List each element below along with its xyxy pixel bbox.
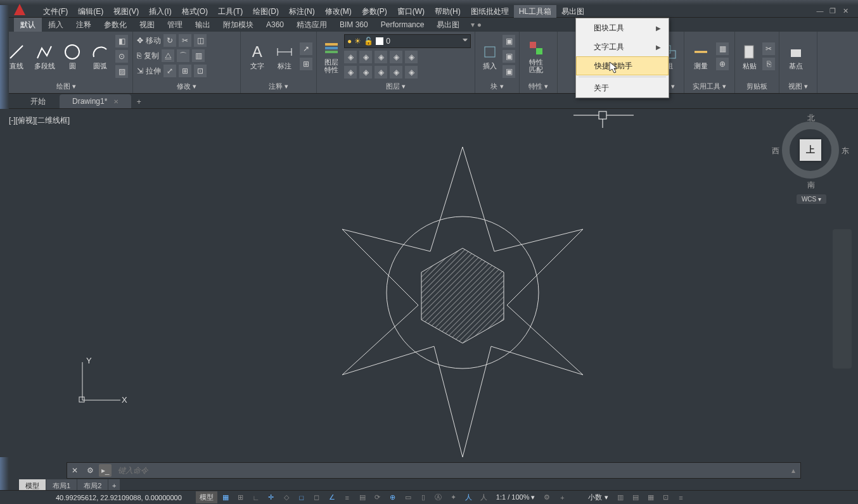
menu-7[interactable]: 标注(N)	[284, 5, 320, 18]
copy-label[interactable]: 复制	[144, 51, 159, 61]
polar-toggle[interactable]: ✛	[264, 492, 278, 503]
ribbon-options-icon[interactable]: ▾ ●	[471, 20, 482, 29]
ls2[interactable]: ◈	[359, 51, 372, 63]
menu-14[interactable]: 易出图	[556, 5, 589, 18]
ls4[interactable]: ◈	[390, 51, 402, 63]
panel-util-label[interactable]: 实用工具 ▾	[688, 82, 731, 92]
am-toggle[interactable]: Ⓐ	[432, 492, 445, 503]
ribbon-tab-10[interactable]: BIM 360	[333, 18, 375, 32]
ribbon-tab-1[interactable]: 插入	[42, 18, 70, 32]
circle-button[interactable]: 圆	[60, 34, 85, 79]
qp-toggle[interactable]: ▭	[401, 492, 415, 503]
viewcube-north[interactable]: 北	[807, 113, 815, 123]
dyn-toggle[interactable]: ⊕	[386, 492, 400, 503]
array-icon[interactable]: ⊞	[179, 65, 191, 77]
viewcube-west[interactable]: 西	[772, 146, 779, 156]
polyline-button[interactable]: 多段线	[32, 34, 57, 79]
command-input[interactable]	[113, 466, 791, 475]
panel-clip-label[interactable]: 剪贴板	[739, 82, 775, 92]
sc-toggle[interactable]: ▯	[416, 492, 430, 503]
zoom-readout[interactable]: 1:1 / 100% ▾	[492, 493, 539, 501]
lwt-toggle[interactable]: ≡	[340, 492, 354, 503]
person2-icon[interactable]: 人	[477, 492, 491, 503]
snap-toggle[interactable]: ⊞	[234, 492, 248, 503]
layer-combo[interactable]: ● ☀ 🔓 0	[344, 34, 471, 48]
draw-small-1[interactable]: ◧	[115, 35, 128, 47]
dimension-button[interactable]: 标注	[272, 34, 298, 79]
dropdown-item-0[interactable]: 图块工具▶	[576, 18, 669, 37]
s4[interactable]: ⊡	[659, 492, 673, 503]
bk3[interactable]: ▣	[503, 65, 515, 78]
cmd-close-icon[interactable]: ✕	[68, 464, 81, 477]
arc-button[interactable]: 圆弧	[87, 34, 113, 79]
table-icon[interactable]: ⊞	[300, 58, 312, 70]
dropdown-item-2[interactable]: 快捷键助手	[576, 56, 669, 75]
copy-icon[interactable]: ⎘	[762, 58, 775, 70]
panel-block-label[interactable]: 块 ▾	[479, 82, 515, 92]
ribbon-tab-9[interactable]: 精选应用	[290, 18, 333, 32]
menu-13[interactable]: HL工具箱	[514, 5, 556, 18]
leader-icon[interactable]: ↗	[300, 42, 312, 55]
ls6[interactable]: ◈	[344, 66, 357, 79]
ribbon-tab-0[interactable]: 默认	[14, 18, 42, 32]
grid-toggle[interactable]: ▦	[219, 492, 233, 503]
viewcube-south[interactable]: 南	[807, 180, 815, 191]
ls1[interactable]: ◈	[344, 51, 357, 63]
ribbon-tab-7[interactable]: 附加模块	[217, 18, 260, 32]
viewport-label[interactable]: [-][俯视][二维线框]	[9, 115, 70, 126]
panel-prop-label[interactable]: 特性 ▾	[523, 82, 553, 92]
menu-2[interactable]: 视图(V)	[108, 5, 144, 18]
3dosnap-toggle[interactable]: ◻	[310, 492, 324, 503]
s2[interactable]: ▤	[629, 492, 643, 503]
scale-icon[interactable]: ⤢	[163, 65, 176, 77]
viewcube-east[interactable]: 东	[842, 146, 849, 156]
insert-button[interactable]: 插入	[479, 34, 500, 79]
customize-status-icon[interactable]: ≡	[674, 492, 688, 503]
bk2[interactable]: ▣	[503, 50, 515, 63]
mirror-icon[interactable]: ⧋	[162, 49, 174, 62]
mod-c[interactable]: ⊡	[194, 65, 207, 77]
cut-icon[interactable]: ✂	[762, 42, 775, 55]
as-toggle[interactable]: ✦	[447, 492, 461, 503]
iso-toggle[interactable]: ◇	[279, 492, 293, 503]
ribbon-tab-6[interactable]: 输出	[189, 18, 217, 32]
cmd-customize-icon[interactable]: ⚙	[84, 464, 96, 477]
menu-11[interactable]: 帮助(H)	[430, 5, 466, 18]
restore-button[interactable]: ❐	[826, 6, 839, 15]
close-button[interactable]: ✕	[839, 6, 852, 15]
mod-a[interactable]: ◫	[194, 34, 207, 47]
command-line[interactable]: ✕ ⚙ ▸_ ▴	[67, 462, 801, 479]
ribbon-tab-2[interactable]: 注释	[70, 18, 98, 32]
text-button[interactable]: A文字	[245, 34, 270, 79]
ortho-toggle[interactable]: ∟	[249, 492, 263, 503]
dropdown-item-1[interactable]: 文字工具▶	[576, 37, 669, 56]
match-properties-button[interactable]: 特性 匹配	[523, 34, 549, 79]
mod-b[interactable]: ▥	[192, 49, 205, 62]
rotate-icon[interactable]: ↻	[163, 34, 176, 47]
close-tab-icon[interactable]: ✕	[113, 98, 118, 105]
ribbon-tab-12[interactable]: 易出图	[430, 18, 466, 32]
gear-icon[interactable]: ⚙	[540, 492, 554, 503]
layer-properties-button[interactable]: 图层 特性	[321, 34, 342, 79]
menu-8[interactable]: 修改(M)	[320, 5, 357, 18]
panel-layer-label[interactable]: 图层 ▾	[321, 82, 471, 92]
panel-view-label[interactable]: 视图 ▾	[783, 82, 813, 92]
drawing-canvas[interactable]: [-][俯视][二维线框] 上 北 南 东 西 WCS ▾ Y X	[0, 109, 858, 457]
ut1[interactable]: ▦	[716, 42, 729, 55]
ls8[interactable]: ◈	[375, 66, 387, 79]
base-button[interactable]: 基点	[783, 34, 809, 79]
navigation-bar[interactable]	[833, 229, 852, 369]
bk1[interactable]: ▣	[503, 35, 515, 47]
measure-button[interactable]: 测量	[688, 34, 714, 79]
ribbon-tab-4[interactable]: 视图	[133, 18, 161, 32]
viewcube-top-face[interactable]: 上	[800, 139, 821, 161]
menu-10[interactable]: 窗口(W)	[392, 5, 430, 18]
trim-icon[interactable]: ✂	[179, 34, 191, 47]
tab-start[interactable]: 开始	[18, 94, 58, 108]
cmd-history-icon[interactable]: ▴	[791, 466, 795, 475]
s3[interactable]: ▦	[644, 492, 658, 503]
paste-button[interactable]: 粘贴	[739, 34, 760, 79]
minimize-button[interactable]: —	[814, 6, 826, 15]
view-cube[interactable]: 上 北 南 东 西	[782, 122, 839, 179]
ls9[interactable]: ◈	[390, 66, 402, 79]
